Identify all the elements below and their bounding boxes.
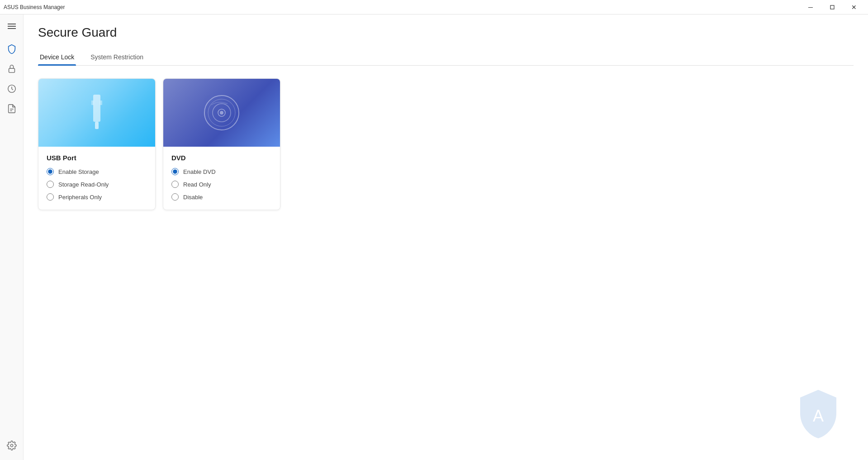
dvd-option-disable[interactable]: Disable: [171, 193, 272, 201]
tabs-container: Device Lock System Restriction: [38, 49, 854, 66]
page-title: Secure Guard: [38, 25, 854, 40]
title-bar-left: ASUS Business Manager: [4, 4, 65, 10]
sidebar-settings-button[interactable]: [3, 436, 21, 455]
usb-radio-peripherals-only[interactable]: [47, 193, 54, 201]
svg-point-17: [220, 111, 223, 115]
usb-option-peripherals-only[interactable]: Peripherals Only: [47, 193, 147, 201]
svg-rect-0: [830, 5, 834, 9]
dvd-card-image: [163, 79, 280, 147]
sidebar-item-secure-guard[interactable]: [3, 40, 21, 58]
dvd-card-title: DVD: [171, 154, 272, 162]
title-bar-controls: ─ ✕: [800, 0, 864, 14]
usb-radio-group: Enable Storage Storage Read-Only Periphe…: [47, 168, 147, 201]
svg-rect-10: [95, 122, 99, 129]
svg-rect-11: [91, 101, 94, 105]
title-bar: ASUS Business Manager ─ ✕: [0, 0, 868, 14]
tab-system-restriction[interactable]: System Restriction: [89, 49, 145, 65]
dvd-radio-group: Enable DVD Read Only Disable: [171, 168, 272, 201]
usb-card-body: USB Port Enable Storage Storage Read-Onl…: [38, 147, 155, 210]
svg-rect-4: [9, 68, 14, 72]
usb-card-image: [38, 79, 155, 147]
tab-device-lock[interactable]: Device Lock: [38, 49, 76, 65]
usb-option-enable-storage[interactable]: Enable Storage: [47, 168, 147, 175]
dvd-icon: [201, 92, 242, 133]
dvd-radio-read-only[interactable]: [171, 181, 179, 188]
usb-radio-enable-storage[interactable]: [47, 168, 54, 175]
sidebar: [0, 14, 24, 460]
app-body: Secure Guard Device Lock System Restrict…: [0, 14, 868, 460]
usb-card-title: USB Port: [47, 154, 147, 162]
sidebar-item-history[interactable]: [3, 80, 21, 98]
dvd-option-read-only[interactable]: Read Only: [171, 181, 272, 188]
dvd-card: DVD Enable DVD Read Only Disable: [163, 78, 280, 210]
usb-port-card: USB Port Enable Storage Storage Read-Onl…: [38, 78, 156, 210]
restore-button[interactable]: [822, 0, 843, 14]
sidebar-item-document[interactable]: [3, 100, 21, 118]
menu-toggle-button[interactable]: [3, 18, 21, 34]
close-button[interactable]: ✕: [844, 0, 864, 14]
main-content: Secure Guard Device Lock System Restrict…: [24, 14, 868, 460]
usb-radio-storage-read-only[interactable]: [47, 181, 54, 188]
svg-point-8: [10, 444, 13, 447]
usb-icon: [83, 92, 110, 133]
dvd-radio-enable-dvd[interactable]: [171, 168, 179, 175]
dvd-card-body: DVD Enable DVD Read Only Disable: [163, 147, 280, 210]
usb-option-storage-read-only[interactable]: Storage Read-Only: [47, 181, 147, 188]
dvd-option-enable-dvd[interactable]: Enable DVD: [171, 168, 272, 175]
svg-rect-9: [93, 95, 100, 122]
sidebar-item-lock[interactable]: [3, 60, 21, 78]
dvd-radio-disable[interactable]: [171, 193, 179, 201]
cards-container: USB Port Enable Storage Storage Read-Onl…: [38, 78, 854, 210]
minimize-button[interactable]: ─: [800, 0, 821, 14]
app-name: ASUS Business Manager: [4, 4, 65, 10]
svg-rect-12: [100, 101, 102, 105]
